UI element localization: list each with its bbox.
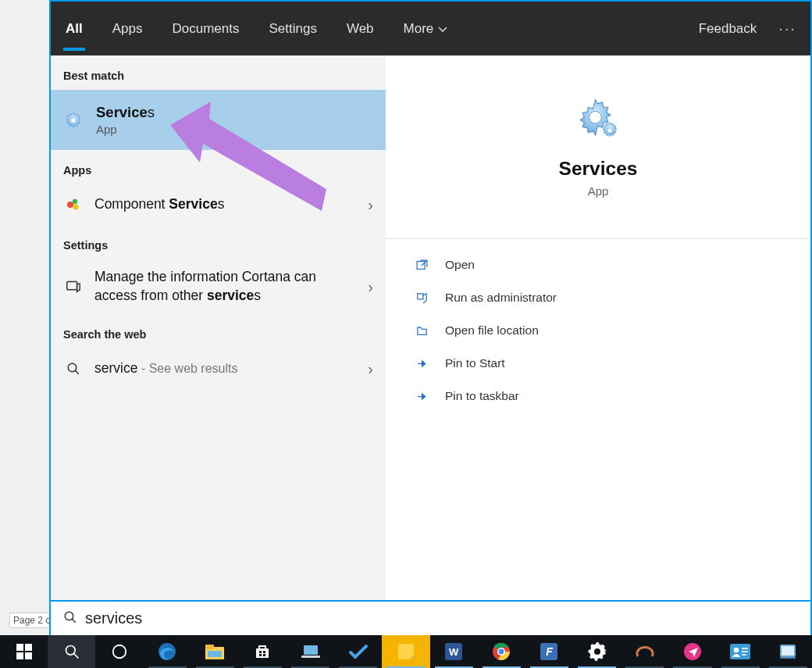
taskbar-contacts[interactable] — [717, 635, 764, 668]
tab-more[interactable]: More — [389, 2, 463, 55]
notepad-icon — [778, 641, 798, 662]
taskbar-laptop-app[interactable] — [287, 635, 334, 668]
svg-rect-43 — [780, 657, 796, 659]
taskbar-sticky-notes[interactable] — [382, 635, 429, 668]
shield-icon — [411, 291, 433, 305]
taskbar-store[interactable] — [239, 635, 287, 668]
folder-location-icon — [411, 324, 433, 338]
svg-rect-15 — [25, 644, 32, 651]
svg-point-7 — [589, 111, 602, 123]
taskbar-file-explorer[interactable] — [191, 635, 239, 668]
taskbar-notepad-app[interactable] — [764, 635, 812, 668]
actions-list: Open Run as administrator Open file loca… — [386, 239, 810, 422]
svg-point-8 — [607, 127, 612, 132]
action-open[interactable]: Open — [386, 248, 810, 281]
svg-rect-17 — [25, 652, 32, 659]
component-services-icon — [63, 197, 84, 213]
open-icon — [411, 259, 433, 272]
chevron-right-icon: › — [361, 360, 379, 378]
taskbar-settings[interactable] — [573, 635, 621, 668]
action-pin-to-start[interactable]: Pin to Start — [386, 347, 810, 380]
contacts-icon — [730, 641, 750, 662]
word-icon: W — [443, 641, 464, 662]
tab-settings[interactable]: Settings — [254, 2, 331, 55]
section-search-web: Search the web — [51, 314, 386, 348]
svg-rect-25 — [259, 651, 262, 653]
file-explorer-icon — [205, 641, 225, 662]
tab-apps[interactable]: Apps — [98, 2, 158, 55]
result-label: Component Services — [94, 195, 361, 214]
action-label: Open — [445, 258, 475, 272]
svg-rect-39 — [742, 651, 748, 652]
search-icon — [63, 610, 77, 627]
taskbar-send-anywhere[interactable] — [668, 635, 716, 668]
svg-rect-26 — [263, 651, 265, 653]
svg-rect-14 — [16, 644, 23, 651]
search-input-row — [51, 600, 810, 635]
detail-title: Services — [559, 158, 638, 180]
action-run-as-admin[interactable]: Run as administrator — [386, 281, 810, 314]
svg-point-11 — [65, 612, 73, 620]
taskbar-photoscape[interactable] — [621, 635, 668, 668]
svg-rect-9 — [417, 261, 425, 269]
result-label: service - See web results — [94, 359, 361, 378]
taskbar-chrome[interactable] — [478, 635, 525, 668]
result-cortana-services-setting[interactable]: Manage the information Cortana can acces… — [51, 259, 386, 314]
photoscape-icon — [635, 641, 655, 662]
result-component-services[interactable]: Component Services › — [51, 184, 386, 225]
ellipsis-icon: ··· — [778, 20, 796, 37]
svg-point-3 — [73, 205, 79, 210]
svg-line-6 — [75, 370, 79, 374]
search-icon — [62, 641, 82, 662]
tab-documents[interactable]: Documents — [157, 2, 254, 55]
result-subtitle: App — [96, 123, 155, 136]
svg-point-20 — [113, 645, 126, 659]
laptop-icon — [301, 641, 321, 662]
chevron-right-icon: › — [361, 196, 379, 214]
section-settings: Settings — [51, 225, 386, 259]
taskbar-foxit[interactable]: F — [525, 635, 573, 668]
taskbar-todo[interactable] — [334, 635, 382, 668]
taskbar-edge[interactable] — [144, 635, 191, 668]
edge-icon — [157, 641, 177, 662]
taskbar-cortana-button[interactable] — [95, 635, 143, 668]
privacy-icon — [63, 278, 84, 295]
options-button[interactable]: ··· — [775, 20, 810, 38]
action-label: Open file location — [445, 323, 539, 338]
svg-rect-24 — [208, 651, 222, 657]
search-input[interactable] — [85, 609, 803, 627]
chrome-icon — [491, 641, 511, 662]
feedback-button[interactable]: Feedback — [680, 21, 776, 37]
svg-point-18 — [66, 646, 75, 655]
result-services-app[interactable]: Services App — [51, 90, 386, 150]
svg-line-19 — [73, 654, 78, 659]
svg-rect-27 — [259, 654, 262, 656]
svg-point-37 — [734, 648, 739, 652]
cortana-icon — [109, 641, 130, 662]
section-apps: Apps — [51, 150, 386, 184]
action-pin-to-taskbar[interactable]: Pin to taskbar — [386, 380, 810, 413]
chevron-right-icon: › — [361, 278, 379, 296]
svg-rect-42 — [782, 646, 794, 655]
windows-search-panel: All Apps Documents Settings Web More Fee… — [49, 0, 812, 635]
tab-web[interactable]: Web — [332, 2, 389, 55]
svg-point-1 — [67, 202, 73, 208]
svg-rect-38 — [742, 648, 748, 649]
services-gear-icon — [576, 97, 620, 144]
detail-subtitle: App — [588, 184, 609, 198]
settings-gear-icon — [587, 641, 607, 662]
svg-rect-16 — [16, 652, 23, 659]
result-web-service[interactable]: service - See web results › — [51, 348, 386, 389]
svg-rect-10 — [417, 293, 422, 298]
result-title: Services — [96, 104, 155, 121]
tab-all[interactable]: All — [51, 2, 98, 55]
store-icon — [252, 641, 272, 662]
taskbar-search-button[interactable] — [48, 635, 95, 668]
svg-rect-28 — [263, 654, 265, 656]
action-open-file-location[interactable]: Open file location — [386, 314, 810, 347]
svg-rect-30 — [301, 655, 320, 658]
action-label: Pin to taskbar — [445, 389, 519, 403]
taskbar-word[interactable]: W — [430, 635, 478, 668]
start-button[interactable] — [0, 635, 48, 668]
result-label: Manage the information Cortana can acces… — [94, 268, 361, 305]
